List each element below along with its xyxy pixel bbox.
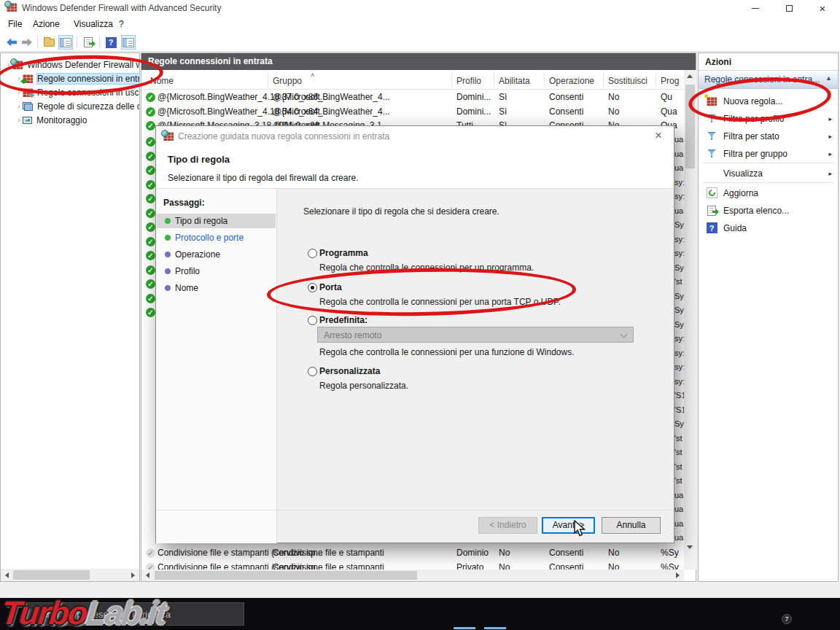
covered-row-fragment: 'st (674, 462, 682, 471)
column-header-abilitata[interactable]: Abilitata (499, 76, 530, 86)
tree-item-label: Monitoraggio (36, 115, 87, 125)
action-esporta-elenco-[interactable]: Esporta elenco... (699, 202, 838, 219)
covered-row-fragment: sy: (674, 362, 685, 371)
predefined-rule-dropdown[interactable]: Arresto remoto (317, 327, 634, 343)
tree-expander-icon[interactable]: › (15, 88, 23, 96)
covered-row-fragment: sy: (674, 235, 685, 244)
help-icon[interactable]: ? (104, 35, 118, 50)
forward-icon[interactable] (20, 35, 34, 50)
show-action-pane-icon[interactable] (121, 35, 136, 50)
radio-porta[interactable] (308, 283, 317, 292)
step-bullet-icon (165, 252, 171, 257)
rule-enabled-icon: ✓ (146, 137, 155, 147)
tree-item-3[interactable]: ›Regole di sicurezza delle co (1, 99, 139, 113)
covered-row-fragment: 'st (674, 434, 682, 443)
rules-column-header: NomeGruppoProfiloAbilitataOperazioneSost… (141, 70, 696, 90)
step-bullet-icon (165, 285, 171, 291)
wizard-steps-panel: Passaggi: Tipo di regolaProtocollo e por… (156, 189, 277, 543)
cell-enabled: Sì (499, 92, 507, 102)
up-folder-icon[interactable] (42, 35, 56, 50)
wizard-title: Creazione guidata nuova regola connessio… (178, 131, 389, 141)
covered-row-fragment: sy: (674, 377, 685, 386)
action-guida[interactable]: ?Guida (699, 219, 838, 236)
start-button[interactable] (6, 607, 19, 621)
menu-visualizza[interactable]: Visualizza (69, 18, 118, 31)
menu-help[interactable]: ? (114, 18, 129, 31)
close-button[interactable]: × (808, 0, 837, 16)
wizard-close-icon[interactable]: × (650, 128, 666, 143)
rule-enabled-icon: ✓ (146, 237, 155, 246)
table-row[interactable]: ✓@{Microsoft.BingWeather_4.18.37.0_x86_.… (141, 90, 684, 104)
covered-row-fragment: 'st (674, 476, 682, 485)
column-header-profilo[interactable]: Profilo (456, 76, 481, 86)
wizard-step-nome[interactable]: Nome (157, 281, 276, 295)
covered-row-fragment: ua (674, 491, 683, 499)
tree-item-1[interactable]: ›Regole connessioni in entra (1, 71, 139, 85)
rule-enabled-icon: ✓ (146, 265, 155, 275)
action-label: Esporta elenco... (723, 206, 789, 216)
cell-profile: Domini... (456, 106, 491, 117)
back-icon[interactable] (4, 35, 19, 50)
rule-enabled-icon: ✓ (146, 222, 155, 232)
tree-expander-icon[interactable]: › (15, 102, 23, 110)
column-header-prog[interactable]: Prog (661, 76, 679, 86)
action-label: Visualizza (723, 168, 763, 179)
tree-horizontal-scrollbar[interactable] (1, 569, 139, 581)
new-rule-icon (706, 97, 718, 106)
show-console-tree-icon[interactable] (58, 35, 73, 50)
action-filtra-per-profilo[interactable]: Filtra per profilo▸ (699, 110, 838, 127)
tree-item-2[interactable]: ›Regole connessioni in uscita (1, 85, 139, 99)
covered-row-fragment: sy: (674, 349, 685, 357)
action-filtra-per-gruppo[interactable]: Filtra per gruppo▸ (699, 145, 838, 162)
table-row[interactable]: ✓@{Microsoft.BingWeather_4.18.54.0_x64_.… (141, 105, 684, 119)
vertical-scrollbar[interactable] (684, 70, 696, 569)
menu-file[interactable]: File (3, 18, 27, 31)
wizard-step-operazione[interactable]: Operazione (157, 247, 276, 262)
covered-row-fragment: 'st (674, 448, 682, 456)
export-icon (706, 206, 718, 216)
next-button[interactable]: Avanti > (542, 517, 595, 534)
wizard-step-tipo-di-regola[interactable]: Tipo di regola (157, 214, 276, 228)
tree-item-label: Regole connessioni in entra (37, 74, 139, 84)
tree-item-0[interactable]: ›Windows Defender Firewall wit (1, 58, 139, 71)
wizard-step-protocollo-e-porte[interactable]: Protocollo e porte (157, 230, 276, 245)
radio-programma[interactable] (308, 249, 317, 258)
maximize-button[interactable] (774, 0, 804, 16)
step-label: Protocollo e porte (175, 233, 244, 243)
wizard-prompt: Selezionare il tipo di regola che si des… (303, 206, 499, 217)
minimize-button[interactable] (741, 0, 770, 16)
column-header-gruppo[interactable]: Gruppo (273, 76, 302, 86)
search-input[interactable]: Scrivi qui per eseguire la ricerca (26, 602, 244, 626)
column-header-sostituisci[interactable]: Sostituisci (608, 76, 648, 86)
action-nuova-regola-[interactable]: Nuova regola... (699, 93, 838, 109)
actions-section-header[interactable]: ▲Regole connessioni in entra... (699, 71, 838, 89)
radio-predefinita[interactable] (308, 316, 317, 325)
export-list-icon[interactable] (81, 35, 96, 50)
rules-horizontal-scrollbar[interactable] (141, 569, 684, 581)
action-aggiorna[interactable]: Aggiorna (699, 184, 838, 201)
column-header-operazione[interactable]: Operazione (549, 76, 594, 86)
wizard-step-profilo[interactable]: Profilo (157, 264, 276, 279)
back-button: < Indietro (478, 517, 537, 534)
collapse-icon[interactable]: ▲ (825, 74, 832, 82)
open-app-indicator (484, 627, 506, 629)
tree-expander-icon[interactable]: › (15, 116, 23, 124)
action-filtra-per-stato[interactable]: Filtra per stato▸ (699, 128, 838, 144)
option-description: Regola personalizzata. (319, 381, 408, 391)
column-header-nome[interactable]: Nome (150, 76, 174, 86)
table-row[interactable]: ✓Condivisione file e stampanti (servizio… (141, 546, 684, 560)
step-bullet-icon (165, 268, 171, 274)
tree-item-4[interactable]: ›Monitoraggio (1, 113, 139, 127)
menu-azione[interactable]: Azione (28, 18, 65, 31)
radio-personalizzata[interactable] (308, 367, 317, 376)
rule-enabled-icon: ✓ (146, 548, 155, 558)
rule-enabled-icon: ✓ (146, 180, 155, 190)
covered-row-fragment: ua (674, 533, 683, 542)
cancel-button[interactable]: Annulla (602, 517, 661, 534)
wizard-header: Tipo di regola Selezionare il tipo di re… (156, 147, 674, 189)
step-bullet-icon (165, 218, 171, 224)
tree-item-label: Regole di sicurezza delle co (37, 101, 139, 112)
rule-enabled-icon: ✓ (146, 107, 155, 117)
action-visualizza[interactable]: Visualizza▸ (699, 165, 838, 182)
cell-action: Consenti (549, 92, 583, 102)
